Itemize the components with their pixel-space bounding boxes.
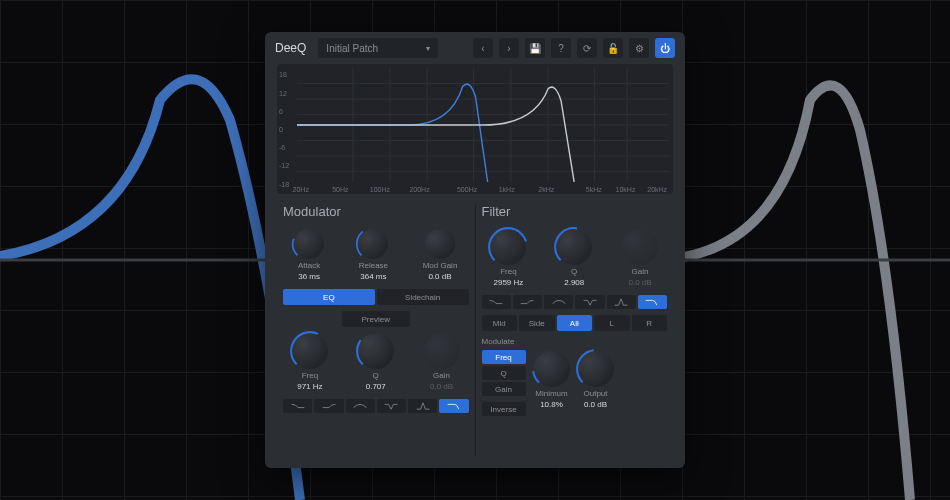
release-label: Release — [359, 261, 388, 270]
save-button[interactable]: 💾 — [525, 38, 545, 58]
filter-type-lowshelf-icon[interactable] — [283, 399, 312, 413]
attack-knob[interactable] — [294, 229, 324, 259]
x-tick: 20Hz — [293, 186, 309, 193]
attack-label: Attack — [298, 261, 320, 270]
filter2-type-bandpass-icon[interactable] — [607, 295, 636, 309]
prev-preset-button[interactable]: ‹ — [473, 38, 493, 58]
filter-freq-label: Freq — [500, 267, 516, 276]
y-tick: 12 — [279, 89, 287, 96]
filter-type-bandpass-icon[interactable] — [408, 399, 437, 413]
svg-point-22 — [531, 348, 573, 390]
filter-q-value: 2.908 — [564, 278, 584, 287]
svg-point-17 — [355, 226, 391, 262]
x-tick: 200Hz — [409, 186, 429, 193]
minimum-value: 10.8% — [540, 400, 563, 409]
filter-freq-value: 2959 Hz — [494, 278, 524, 287]
preset-selector[interactable]: Initial Patch ▾ — [318, 38, 438, 58]
x-tick: 5kHz — [586, 186, 602, 193]
x-tick: 50Hz — [332, 186, 348, 193]
modulate-gain-button[interactable]: Gain — [482, 382, 526, 396]
x-tick: 500Hz — [457, 186, 477, 193]
power-button[interactable]: ⏻ — [655, 38, 675, 58]
help-button[interactable]: ? — [551, 38, 571, 58]
svg-point-21 — [553, 226, 595, 268]
eq-graph[interactable]: 18 12 6 0 -6 -12 -18 20Hz 50Hz 100Hz 200… — [277, 64, 673, 194]
mod-freq-label: Freq — [302, 371, 318, 380]
y-tick: 0 — [279, 126, 283, 133]
app-title: DeeQ — [275, 41, 306, 55]
plugin-window: DeeQ Initial Patch ▾ ‹ › 💾 ? ⟳ 🔓 ⚙ ⏻ 18 … — [265, 32, 685, 468]
filter-freq-knob[interactable] — [490, 229, 526, 265]
mod-freq-knob[interactable] — [292, 333, 328, 369]
y-tick: -6 — [279, 144, 285, 151]
next-preset-button[interactable]: › — [499, 38, 519, 58]
modulator-title: Modulator — [277, 204, 475, 229]
modulate-label: Modulate — [482, 337, 526, 346]
modgain-label: Mod Gain — [423, 261, 458, 270]
channel-all-button[interactable]: All — [557, 315, 593, 331]
mod-gain-value: 0.0 dB — [430, 382, 453, 391]
refresh-button[interactable]: ⟳ — [577, 38, 597, 58]
channel-l-button[interactable]: L — [594, 315, 630, 331]
filter-q-knob[interactable] — [556, 229, 592, 265]
eq-tab[interactable]: EQ — [283, 289, 375, 305]
output-knob[interactable] — [578, 351, 614, 387]
mod-q-value: 0.707 — [366, 382, 386, 391]
topbar: DeeQ Initial Patch ▾ ‹ › 💾 ? ⟳ 🔓 ⚙ ⏻ — [265, 32, 685, 64]
x-tick: 1kHz — [499, 186, 515, 193]
channel-side-button[interactable]: Side — [519, 315, 555, 331]
svg-point-16 — [291, 226, 327, 262]
filter-q-label: Q — [571, 267, 577, 276]
filter-type-notch-icon[interactable] — [377, 399, 406, 413]
svg-point-19 — [355, 330, 397, 372]
settings-button[interactable]: ⚙ — [629, 38, 649, 58]
filter-gain-label: Gain — [632, 267, 649, 276]
chevron-down-icon: ▾ — [426, 44, 430, 53]
y-tick: 18 — [279, 71, 287, 78]
filter2-type-lowpass-icon[interactable] — [638, 295, 667, 309]
x-tick: 10kHz — [616, 186, 636, 193]
release-knob[interactable] — [358, 229, 388, 259]
lock-button[interactable]: 🔓 — [603, 38, 623, 58]
filter2-type-lowshelf-icon[interactable] — [482, 295, 511, 309]
x-tick: 2kHz — [538, 186, 554, 193]
minimum-knob[interactable] — [534, 351, 570, 387]
modulator-panel: Modulator Attack 36 ms Release 364 ms Mo… — [277, 204, 476, 456]
filter-type-bell-icon[interactable] — [346, 399, 375, 413]
filter-panel: Filter Freq 2959 Hz Q 2.908 Gain 0.0 dB … — [476, 204, 674, 456]
minimum-label: Minimum — [535, 389, 567, 398]
release-value: 364 ms — [360, 272, 386, 281]
mod-freq-value: 971 Hz — [297, 382, 322, 391]
y-tick: 6 — [279, 107, 283, 114]
channel-mid-button[interactable]: Mid — [482, 315, 518, 331]
filter-gain-knob — [622, 229, 658, 265]
channel-r-button[interactable]: R — [632, 315, 668, 331]
mod-gain-label: Gain — [433, 371, 450, 380]
output-value: 0.0 dB — [584, 400, 607, 409]
preview-button[interactable]: Preview — [342, 311, 410, 327]
mod-gain-knob — [424, 333, 460, 369]
svg-point-23 — [575, 348, 617, 390]
filter2-type-notch-icon[interactable] — [575, 295, 604, 309]
modulate-freq-button[interactable]: Freq — [482, 350, 526, 364]
filter-type-highshelf-icon[interactable] — [314, 399, 343, 413]
filter2-type-highshelf-icon[interactable] — [513, 295, 542, 309]
output-label: Output — [583, 389, 607, 398]
attack-value: 36 ms — [298, 272, 320, 281]
y-tick: -12 — [279, 162, 289, 169]
sidechain-tab[interactable]: Sidechain — [377, 289, 469, 305]
y-tick: -18 — [279, 180, 289, 187]
svg-point-20 — [487, 226, 529, 268]
inverse-button[interactable]: Inverse — [482, 402, 526, 416]
mod-q-label: Q — [373, 371, 379, 380]
modulate-q-button[interactable]: Q — [482, 366, 526, 380]
x-tick: 100Hz — [370, 186, 390, 193]
preset-name: Initial Patch — [326, 43, 378, 54]
mod-q-knob[interactable] — [358, 333, 394, 369]
modgain-knob[interactable] — [425, 229, 455, 259]
modgain-value: 0.0 dB — [428, 272, 451, 281]
filter-type-lowpass-icon[interactable] — [439, 399, 468, 413]
svg-point-18 — [289, 330, 331, 372]
filter2-type-bell-icon[interactable] — [544, 295, 573, 309]
filter-gain-value: 0.0 dB — [628, 278, 651, 287]
